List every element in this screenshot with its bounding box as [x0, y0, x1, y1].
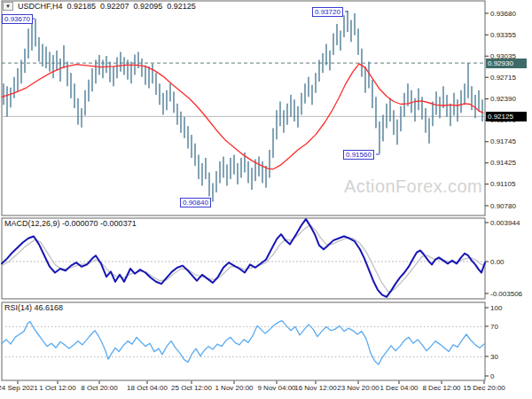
symbol-dropdown-button[interactable]: ▼ [3, 2, 13, 11]
quote-low: 0.92095 [134, 2, 163, 11]
chart-canvas [0, 0, 532, 399]
chart-symbol-period: USDCHF,H4 [18, 2, 63, 11]
chevron-down-icon: ▼ [5, 2, 11, 11]
quote-open: 0.92185 [67, 2, 97, 11]
chart-titlebar: ▼ USDCHF,H4 0.92185 0.92207 0.92095 0.92… [3, 2, 196, 11]
quote-high: 0.92207 [100, 2, 129, 11]
forex-chart-window: ActionForex.com ▼ USDCHF,H4 0.92185 0.92… [0, 0, 532, 399]
quote-close: 0.92125 [167, 2, 196, 11]
